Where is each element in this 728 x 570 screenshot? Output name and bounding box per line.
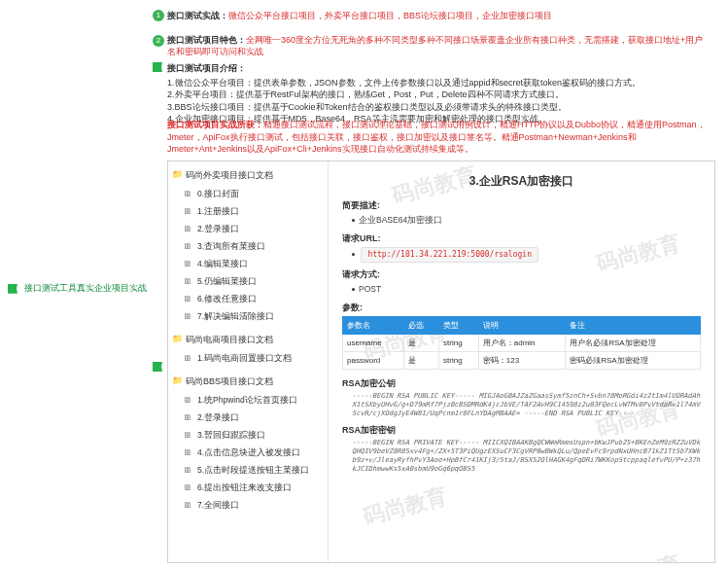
heading-label: 码尚外卖项目接口文档 [186, 170, 273, 180]
params-label: 参数: [342, 302, 701, 314]
th: 必选 [404, 316, 439, 334]
item-label: 6.修改任意接口 [197, 294, 257, 303]
item-label: 4.编辑菜接口 [197, 259, 248, 268]
file-icon [184, 294, 192, 303]
sidebar-item[interactable]: 5.点击时段提送按钮主菜接口 [168, 462, 328, 480]
params-table: 参数名 必选 类型 说明 备注 username 是 string 用户名：ad… [342, 316, 701, 370]
sidebar-heading[interactable]: 码尚电商项目接口文档 [168, 330, 328, 350]
item-label: 1.统Phpwind论坛首页接口 [197, 395, 297, 405]
item-label: 1.注册接口 [197, 206, 239, 216]
label: 接口测试项目实战所获： [167, 120, 263, 129]
td: 密码：123 [478, 351, 565, 369]
file-icon [184, 276, 192, 286]
intro-block: 接口测试项目介绍： 1.微信公众平台项目：提供表单参数，JSON参数，文件上传参… [167, 62, 711, 125]
top-block: 接口测试实战：微信公众平台接口项目，外卖平台接口项目，BBS论坛接口项目，企业加… [167, 10, 711, 70]
method-value: POST [359, 284, 381, 294]
red-summary: 接口测试项目实战所获：精通接口测试流程，接口测试理论基础，接口测试用例设计，精通… [167, 119, 711, 156]
td: password [343, 351, 404, 369]
folder-icon [172, 375, 182, 385]
label: 接口测试实战： [167, 11, 228, 20]
main-panel: 码尚教育 码尚教育 码尚教育 码尚教育 码尚教育 码尚教育 码尚教育 码尚教育 … [167, 160, 715, 563]
pubkey-text: -----BEGIN RSA PUBLIC KEY----- MIGJAoGBA… [352, 392, 701, 418]
bullet-2: 2 [153, 35, 164, 47]
sidebar-item[interactable]: 0.接口封面 [168, 186, 328, 203]
bullet-1: 1 [153, 10, 164, 21]
privkey-label: RSA加密密钥 [342, 424, 701, 437]
file-icon [184, 482, 192, 492]
file-icon [184, 500, 192, 510]
flag-icon [153, 362, 162, 372]
flag-icon [153, 62, 162, 72]
td: username [343, 334, 404, 351]
sidebar-item[interactable]: 1.统Phpwind论坛首页接口 [168, 392, 328, 410]
item-label: 3.暂回归跟踪接口 [197, 430, 265, 440]
sidebar-item[interactable]: 3.暂回归跟踪接口 [168, 427, 328, 445]
intro-line-2: 接口测试项目特色：全网唯一360度全方位无死角的多种不同类型多种不同接口场景覆盖… [167, 34, 711, 58]
item-label: 5.点击时段提送按钮主菜接口 [197, 465, 309, 475]
page-title: 3.企业RSA加密接口 [342, 173, 701, 190]
item-label: 1.码尚电商回置接口文档 [197, 353, 292, 363]
bullet-icon [352, 219, 355, 222]
sidebar-item[interactable]: 5.仍编辑菜接口 [168, 273, 328, 291]
item-label: 2.登录接口 [197, 412, 239, 422]
td: 用户名必须RSA加密处理 [566, 334, 701, 351]
heading-label: 码尚BBS项目接口文档 [186, 376, 273, 386]
sidebar-item[interactable]: 4.编辑菜接口 [168, 256, 328, 273]
label: 接口测试项目特色： [167, 35, 246, 45]
td: 是 [404, 334, 439, 351]
heading-label: 码尚电商项目接口文档 [186, 335, 273, 344]
td: string [439, 351, 479, 369]
url-label: 请求URL: [342, 232, 701, 245]
sidebar-item[interactable]: 1.注册接口 [168, 203, 328, 221]
intro-item: 3.BBS论坛接口项目：提供基于Cookie和Token结合的鉴权接口类型以及必… [167, 101, 711, 114]
sidebar-group: 码尚外卖项目接口文档 0.接口封面 1.注册接口 2.登录接口 3.查询所有菜接… [168, 161, 328, 326]
table-header-row: 参数名 必选 类型 说明 备注 [343, 316, 701, 334]
pubkey-label: RSA加密公钥 [342, 377, 701, 390]
item-label: 4.点击信息块进入被发接口 [197, 447, 300, 457]
intro-line-1: 接口测试实战：微信公众平台接口项目，外卖平台接口项目，BBS论坛接口项目，企业加… [167, 10, 711, 22]
intro-item: 1.微信公众平台项目：提供表单参数，JSON参数，文件上传参数接口以及通过app… [167, 77, 711, 89]
sidebar-heading[interactable]: 码尚外卖项目接口文档 [168, 165, 328, 186]
file-icon [184, 465, 192, 475]
sidebar-item[interactable]: 3.查询所有菜接口 [168, 238, 328, 256]
sidebar: 码尚外卖项目接口文档 0.接口封面 1.注册接口 2.登录接口 3.查询所有菜接… [168, 161, 329, 562]
legend: 接口测试工具真实企业项目实战 [8, 282, 147, 295]
sidebar-group: 码尚BBS项目接口文档 1.统Phpwind论坛首页接口 2.登录接口 3.暂回… [168, 368, 328, 515]
url-value[interactable]: http://101.34.221.219:5000/rsalogin [361, 247, 538, 263]
sidebar-item[interactable]: 4.点击信息块进入被发接口 [168, 445, 328, 462]
text: 企业BASE64加密接口 [359, 215, 442, 225]
file-icon [184, 311, 192, 321]
sidebar-item[interactable]: 6.提出按钮注来改支接口 [168, 480, 328, 497]
item-label: 2.登录接口 [197, 224, 239, 233]
sidebar-item[interactable]: 1.码尚电商回置接口文档 [168, 350, 328, 368]
legend-label: 接口测试工具真实企业项目实战 [24, 283, 147, 293]
sidebar-group: 码尚电商项目接口文档 1.码尚电商回置接口文档 [168, 326, 328, 368]
folder-icon [172, 169, 182, 179]
table-row: password 是 string 密码：123 密码必须RSA加密处理 [343, 351, 701, 369]
td: 密码必须RSA加密处理 [566, 351, 701, 369]
sidebar-item[interactable]: 2.登录接口 [168, 221, 328, 238]
td: string [439, 334, 479, 351]
desc-label: 简要描述: [342, 199, 701, 212]
sidebar-item[interactable]: 7.全间接口 [168, 497, 328, 515]
sidebar-item[interactable]: 6.修改任意接口 [168, 291, 328, 308]
url-row: http://101.34.221.219:5000/rsalogin [352, 247, 701, 263]
sidebar-heading[interactable]: 码尚BBS项目接口文档 [168, 372, 328, 392]
intro-item: 2.外卖平台项目：提供基于RestFul架构的接口，熟练Get，Post，Put… [167, 89, 711, 101]
item-label: 3.查询所有菜接口 [197, 241, 265, 251]
file-icon [184, 189, 192, 198]
th: 说明 [478, 316, 565, 334]
item-label: 0.接口封面 [197, 189, 239, 198]
file-icon [184, 259, 192, 268]
item-label: 5.仍编辑菜接口 [197, 276, 257, 286]
sidebar-item[interactable]: 2.登录接口 [168, 410, 328, 427]
method-label: 请求方式: [342, 268, 701, 281]
privkey-text: -----BEGIN RSA PRIVATE KEY----- MIICXQIB… [352, 439, 701, 474]
file-icon [184, 430, 192, 440]
content-area: 3.企业RSA加密接口 简要描述: 企业BASE64加密接口 请求URL: ht… [329, 161, 714, 562]
bullet-icon [352, 253, 355, 256]
file-icon [184, 241, 192, 251]
sidebar-item[interactable]: 7.解决编辑清除接口 [168, 308, 328, 326]
file-icon [184, 206, 192, 216]
td: 用户名：admin [478, 334, 565, 351]
